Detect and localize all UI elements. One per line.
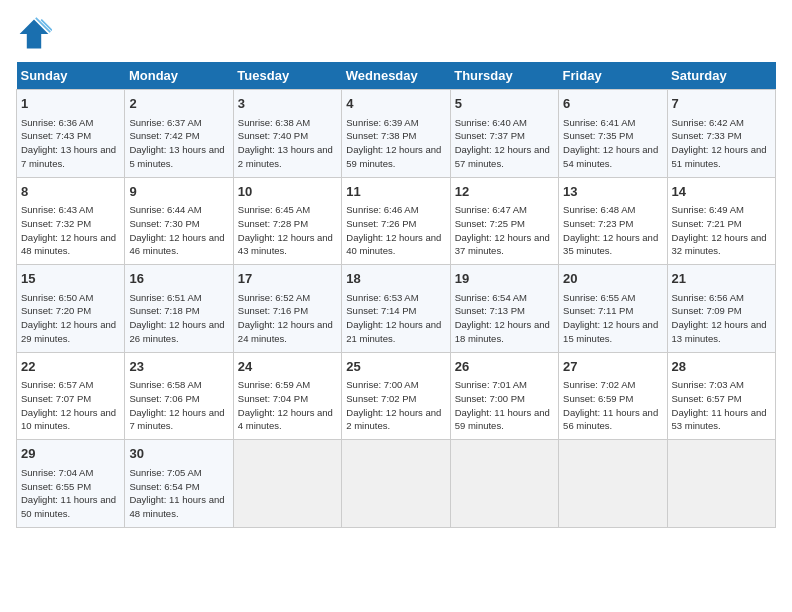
logo	[16, 16, 56, 52]
day-number: 27	[563, 357, 662, 377]
calendar-cell: 13Sunrise: 6:48 AMSunset: 7:23 PMDayligh…	[559, 177, 667, 265]
day-info: Sunrise: 7:03 AMSunset: 6:57 PMDaylight:…	[672, 378, 771, 433]
day-info: Sunrise: 6:58 AMSunset: 7:06 PMDaylight:…	[129, 378, 228, 433]
day-info: Sunrise: 6:50 AMSunset: 7:20 PMDaylight:…	[21, 291, 120, 346]
day-number: 29	[21, 444, 120, 464]
calendar-cell: 10Sunrise: 6:45 AMSunset: 7:28 PMDayligh…	[233, 177, 341, 265]
calendar-cell	[450, 440, 558, 528]
calendar-cell: 22Sunrise: 6:57 AMSunset: 7:07 PMDayligh…	[17, 352, 125, 440]
col-header-wednesday: Wednesday	[342, 62, 450, 90]
day-info: Sunrise: 6:37 AMSunset: 7:42 PMDaylight:…	[129, 116, 228, 171]
day-number: 16	[129, 269, 228, 289]
calendar-cell	[667, 440, 775, 528]
day-number: 20	[563, 269, 662, 289]
calendar-cell: 25Sunrise: 7:00 AMSunset: 7:02 PMDayligh…	[342, 352, 450, 440]
day-info: Sunrise: 6:38 AMSunset: 7:40 PMDaylight:…	[238, 116, 337, 171]
col-header-tuesday: Tuesday	[233, 62, 341, 90]
day-info: Sunrise: 7:00 AMSunset: 7:02 PMDaylight:…	[346, 378, 445, 433]
col-header-thursday: Thursday	[450, 62, 558, 90]
day-number: 8	[21, 182, 120, 202]
calendar-cell: 26Sunrise: 7:01 AMSunset: 7:00 PMDayligh…	[450, 352, 558, 440]
day-info: Sunrise: 6:59 AMSunset: 7:04 PMDaylight:…	[238, 378, 337, 433]
day-number: 21	[672, 269, 771, 289]
logo-icon	[16, 16, 52, 52]
calendar-cell: 23Sunrise: 6:58 AMSunset: 7:06 PMDayligh…	[125, 352, 233, 440]
calendar-cell: 5Sunrise: 6:40 AMSunset: 7:37 PMDaylight…	[450, 90, 558, 178]
calendar-cell: 1Sunrise: 6:36 AMSunset: 7:43 PMDaylight…	[17, 90, 125, 178]
day-number: 2	[129, 94, 228, 114]
calendar-cell: 9Sunrise: 6:44 AMSunset: 7:30 PMDaylight…	[125, 177, 233, 265]
col-header-friday: Friday	[559, 62, 667, 90]
day-info: Sunrise: 7:04 AMSunset: 6:55 PMDaylight:…	[21, 466, 120, 521]
calendar-cell: 6Sunrise: 6:41 AMSunset: 7:35 PMDaylight…	[559, 90, 667, 178]
day-number: 22	[21, 357, 120, 377]
day-info: Sunrise: 6:55 AMSunset: 7:11 PMDaylight:…	[563, 291, 662, 346]
day-number: 23	[129, 357, 228, 377]
calendar-cell	[233, 440, 341, 528]
day-number: 30	[129, 444, 228, 464]
day-number: 24	[238, 357, 337, 377]
calendar-cell: 3Sunrise: 6:38 AMSunset: 7:40 PMDaylight…	[233, 90, 341, 178]
calendar-cell: 28Sunrise: 7:03 AMSunset: 6:57 PMDayligh…	[667, 352, 775, 440]
calendar-cell: 15Sunrise: 6:50 AMSunset: 7:20 PMDayligh…	[17, 265, 125, 353]
col-header-saturday: Saturday	[667, 62, 775, 90]
day-info: Sunrise: 6:42 AMSunset: 7:33 PMDaylight:…	[672, 116, 771, 171]
day-number: 3	[238, 94, 337, 114]
day-info: Sunrise: 6:47 AMSunset: 7:25 PMDaylight:…	[455, 203, 554, 258]
calendar-cell: 7Sunrise: 6:42 AMSunset: 7:33 PMDaylight…	[667, 90, 775, 178]
day-number: 19	[455, 269, 554, 289]
day-number: 5	[455, 94, 554, 114]
day-number: 25	[346, 357, 445, 377]
calendar-cell: 21Sunrise: 6:56 AMSunset: 7:09 PMDayligh…	[667, 265, 775, 353]
day-info: Sunrise: 6:48 AMSunset: 7:23 PMDaylight:…	[563, 203, 662, 258]
day-number: 7	[672, 94, 771, 114]
day-info: Sunrise: 6:57 AMSunset: 7:07 PMDaylight:…	[21, 378, 120, 433]
day-number: 26	[455, 357, 554, 377]
calendar-cell: 2Sunrise: 6:37 AMSunset: 7:42 PMDaylight…	[125, 90, 233, 178]
day-number: 28	[672, 357, 771, 377]
day-number: 6	[563, 94, 662, 114]
day-info: Sunrise: 6:44 AMSunset: 7:30 PMDaylight:…	[129, 203, 228, 258]
day-info: Sunrise: 6:49 AMSunset: 7:21 PMDaylight:…	[672, 203, 771, 258]
day-number: 18	[346, 269, 445, 289]
day-number: 9	[129, 182, 228, 202]
calendar-cell	[559, 440, 667, 528]
calendar-cell: 29Sunrise: 7:04 AMSunset: 6:55 PMDayligh…	[17, 440, 125, 528]
day-number: 11	[346, 182, 445, 202]
day-info: Sunrise: 6:56 AMSunset: 7:09 PMDaylight:…	[672, 291, 771, 346]
day-info: Sunrise: 6:54 AMSunset: 7:13 PMDaylight:…	[455, 291, 554, 346]
calendar-cell: 24Sunrise: 6:59 AMSunset: 7:04 PMDayligh…	[233, 352, 341, 440]
day-info: Sunrise: 6:39 AMSunset: 7:38 PMDaylight:…	[346, 116, 445, 171]
calendar-cell: 27Sunrise: 7:02 AMSunset: 6:59 PMDayligh…	[559, 352, 667, 440]
calendar-cell: 20Sunrise: 6:55 AMSunset: 7:11 PMDayligh…	[559, 265, 667, 353]
calendar-cell: 19Sunrise: 6:54 AMSunset: 7:13 PMDayligh…	[450, 265, 558, 353]
col-header-monday: Monday	[125, 62, 233, 90]
day-number: 15	[21, 269, 120, 289]
day-number: 10	[238, 182, 337, 202]
day-info: Sunrise: 6:45 AMSunset: 7:28 PMDaylight:…	[238, 203, 337, 258]
calendar-cell	[342, 440, 450, 528]
calendar-table: SundayMondayTuesdayWednesdayThursdayFrid…	[16, 62, 776, 528]
day-info: Sunrise: 7:05 AMSunset: 6:54 PMDaylight:…	[129, 466, 228, 521]
day-number: 17	[238, 269, 337, 289]
calendar-cell: 16Sunrise: 6:51 AMSunset: 7:18 PMDayligh…	[125, 265, 233, 353]
col-header-sunday: Sunday	[17, 62, 125, 90]
calendar-cell: 11Sunrise: 6:46 AMSunset: 7:26 PMDayligh…	[342, 177, 450, 265]
day-info: Sunrise: 7:01 AMSunset: 7:00 PMDaylight:…	[455, 378, 554, 433]
calendar-cell: 17Sunrise: 6:52 AMSunset: 7:16 PMDayligh…	[233, 265, 341, 353]
day-info: Sunrise: 6:53 AMSunset: 7:14 PMDaylight:…	[346, 291, 445, 346]
day-number: 13	[563, 182, 662, 202]
day-number: 1	[21, 94, 120, 114]
day-info: Sunrise: 6:52 AMSunset: 7:16 PMDaylight:…	[238, 291, 337, 346]
day-info: Sunrise: 6:46 AMSunset: 7:26 PMDaylight:…	[346, 203, 445, 258]
day-info: Sunrise: 6:36 AMSunset: 7:43 PMDaylight:…	[21, 116, 120, 171]
calendar-cell: 30Sunrise: 7:05 AMSunset: 6:54 PMDayligh…	[125, 440, 233, 528]
day-info: Sunrise: 6:41 AMSunset: 7:35 PMDaylight:…	[563, 116, 662, 171]
calendar-cell: 14Sunrise: 6:49 AMSunset: 7:21 PMDayligh…	[667, 177, 775, 265]
day-info: Sunrise: 6:40 AMSunset: 7:37 PMDaylight:…	[455, 116, 554, 171]
day-info: Sunrise: 6:51 AMSunset: 7:18 PMDaylight:…	[129, 291, 228, 346]
calendar-cell: 12Sunrise: 6:47 AMSunset: 7:25 PMDayligh…	[450, 177, 558, 265]
calendar-cell: 4Sunrise: 6:39 AMSunset: 7:38 PMDaylight…	[342, 90, 450, 178]
day-number: 4	[346, 94, 445, 114]
day-info: Sunrise: 6:43 AMSunset: 7:32 PMDaylight:…	[21, 203, 120, 258]
